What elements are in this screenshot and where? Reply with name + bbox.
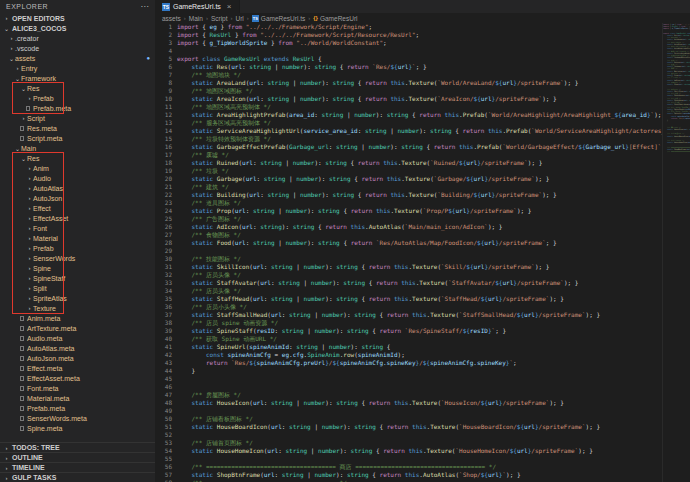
tree-folder-entry[interactable]: ›Entry bbox=[0, 63, 155, 73]
code-line[interactable]: /** 店员头像 */ bbox=[177, 287, 662, 295]
code-line[interactable]: import { g_TipWorldSprite } from "../Wor… bbox=[663, 27, 690, 29]
code-line[interactable]: /** 地图区域图标 */ bbox=[177, 87, 662, 95]
code-line[interactable] bbox=[177, 455, 662, 463]
code-line[interactable]: static ServiceAreaHighlightUrl(service_a… bbox=[177, 127, 662, 135]
code-line[interactable] bbox=[177, 47, 662, 55]
code-line[interactable]: /** 地图区域高亮预制体 */ bbox=[663, 45, 690, 47]
code-line[interactable]: /** 服务区域高亮预制体 */ bbox=[177, 119, 662, 127]
code-line[interactable]: /** 垃圾 */ bbox=[663, 63, 690, 65]
code-line[interactable]: static ShopBtnFrame(url: string | number… bbox=[177, 471, 662, 479]
code-line[interactable] bbox=[663, 30, 690, 32]
code-line[interactable]: static HouseBoardIcon(url: string | numb… bbox=[177, 423, 662, 431]
tree-file-autojson.meta[interactable]: AutoJson.meta bbox=[0, 353, 155, 363]
breadcrumb-item-assets[interactable]: assets bbox=[162, 15, 181, 22]
code-line[interactable]: static StaffAvatar(url: string | number)… bbox=[177, 279, 662, 287]
code-line[interactable]: /** 垃圾特效预制体资源 */ bbox=[177, 135, 662, 143]
code-line[interactable]: /** 建筑 */ bbox=[663, 68, 690, 70]
code-line[interactable]: /** 道具图标 */ bbox=[663, 72, 690, 74]
code-line[interactable] bbox=[177, 431, 662, 439]
code-line[interactable]: static StaffAvatar(url: string | number)… bbox=[663, 95, 690, 97]
code-line[interactable]: /** 获取 Spine 动画URL */ bbox=[663, 110, 690, 112]
tree-folder-effectasset[interactable]: ›EffectAsset bbox=[0, 213, 155, 223]
code-line[interactable]: static Res(url: string | number): string… bbox=[177, 63, 662, 71]
code-content[interactable]: import { eg } from "../../../Framework/S… bbox=[177, 23, 662, 482]
code-line[interactable]: /** 废墟 */ bbox=[177, 151, 662, 159]
code-line[interactable]: static HouseIcon(url: string | number): … bbox=[663, 128, 690, 130]
code-line[interactable]: /** 店员 spine 动画资源 */ bbox=[177, 319, 662, 327]
code-line[interactable]: static Garbage(url: string | number): st… bbox=[663, 66, 690, 68]
tree-folder-texture[interactable]: ›Texture bbox=[0, 303, 155, 313]
code-line[interactable]: static AreaLand(url: string | number): s… bbox=[177, 79, 662, 87]
code-line[interactable]: static StaffSmallHead(url: string | numb… bbox=[663, 104, 690, 106]
code-line[interactable]: static HouseBoardIcon(url: string | numb… bbox=[663, 135, 690, 137]
tree-file-anim.meta[interactable]: Anim.meta bbox=[0, 313, 155, 323]
code-line[interactable]: /** 广告图标 */ bbox=[177, 215, 662, 223]
code-line[interactable]: } bbox=[177, 367, 662, 375]
code-line[interactable]: /** 获取 Spine 动画URL */ bbox=[177, 335, 662, 343]
breadcrumb-item-script[interactable]: Script bbox=[211, 15, 228, 22]
timeline-section[interactable]: › TIMELINE bbox=[0, 462, 155, 472]
tree-folder-autojson[interactable]: ›AutoJson bbox=[0, 193, 155, 203]
code-line[interactable] bbox=[177, 247, 662, 255]
code-line[interactable]: import { eg } from "../../../Framework/S… bbox=[177, 23, 662, 31]
code-line[interactable] bbox=[663, 137, 690, 139]
code-line[interactable]: static AreaHighlightPrefab(area_id: stri… bbox=[663, 48, 690, 50]
code-line[interactable]: /** 房屋图标 */ bbox=[177, 391, 662, 399]
tree-folder-assets[interactable]: ⌄assets● bbox=[0, 53, 155, 63]
tree-folder-.vscode[interactable]: ›.vscode bbox=[0, 43, 155, 53]
breadcrumb-item-url[interactable]: Url bbox=[236, 15, 244, 22]
code-line[interactable]: /** 垃圾 */ bbox=[177, 167, 662, 175]
open-editors-section[interactable]: › OPEN EDITORS bbox=[0, 13, 155, 23]
tree-folder-spriteatlas[interactable]: ›SpriteAtlas bbox=[0, 293, 155, 303]
code-line[interactable]: static SpineUrl(spineAnimId: string | nu… bbox=[663, 113, 690, 115]
code-line[interactable]: static Building(url: string | number): s… bbox=[663, 70, 690, 72]
code-line[interactable] bbox=[663, 122, 690, 124]
code-line[interactable]: static Building(url: string | number): s… bbox=[177, 191, 662, 199]
code-line[interactable]: static StaffSmallHead(url: string | numb… bbox=[177, 311, 662, 319]
code-line[interactable]: import { ResUrl } from "../../../Framewo… bbox=[663, 25, 690, 27]
code-line[interactable]: const spineAnimCfg = eg.cfg.SpineAnim.ro… bbox=[177, 351, 662, 359]
code-line[interactable]: static SpineStaff(resID: string | number… bbox=[177, 327, 662, 335]
code-line[interactable]: static SpineUrl(spineAnimId: string | nu… bbox=[177, 343, 662, 351]
code-line[interactable] bbox=[663, 144, 690, 146]
tree-folder-font[interactable]: ›Font bbox=[0, 223, 155, 233]
code-line[interactable]: static GarbageEffectPrefab(Garbage_url: … bbox=[663, 57, 690, 59]
code-line[interactable]: static Res(url: string | number): string… bbox=[663, 34, 690, 36]
code-line[interactable]: const spineAnimCfg = eg.cfg.SpineAnim.ro… bbox=[663, 115, 690, 117]
code-line[interactable]: static Prop(url: string | number): strin… bbox=[663, 75, 690, 77]
code-line[interactable]: export class GameResUrl extends ResUrl { bbox=[663, 32, 690, 34]
tree-folder-anim[interactable]: ›Anim bbox=[0, 163, 155, 173]
code-line[interactable]: static HouseIcon(url: string | number): … bbox=[177, 399, 662, 407]
code-line[interactable]: static HouseHomeIcon(url: string | numbe… bbox=[663, 142, 690, 144]
code-line[interactable] bbox=[177, 407, 662, 415]
code-line[interactable]: static AdIcon(url: string): string { ret… bbox=[663, 79, 690, 81]
code-line[interactable]: static Ruined(url: string | number): str… bbox=[663, 61, 690, 63]
code-line[interactable]: static ServiceAreaHighlightUrl(service_a… bbox=[663, 52, 690, 54]
code-line[interactable]: static Food(url: string | number): strin… bbox=[177, 239, 662, 247]
minimap[interactable]: import { eg } from "../../../Framework/S… bbox=[662, 23, 690, 482]
tree-file-arttexture.meta[interactable]: ArtTexture.meta bbox=[0, 323, 155, 333]
code-line[interactable]: export class GameResUrl extends ResUrl { bbox=[177, 55, 662, 63]
code-line[interactable]: /** 食物图标 */ bbox=[663, 81, 690, 83]
workspace-section[interactable]: ⌄ ALICE3_COCOS bbox=[0, 23, 155, 33]
code-line[interactable]: static AreaLand(url: string | number): s… bbox=[663, 39, 690, 41]
tree-folder-main[interactable]: ⌄Main bbox=[0, 143, 155, 153]
code-line[interactable]: static Ruined(url: string | number): str… bbox=[177, 159, 662, 167]
tree-file-script.meta[interactable]: Script.meta bbox=[0, 133, 155, 143]
code-line[interactable]: static Garbage(url: string | number): st… bbox=[177, 175, 662, 183]
outline-section[interactable]: › OUTLINE bbox=[0, 452, 155, 462]
tree-file-audio.meta[interactable]: Audio.meta bbox=[0, 333, 155, 343]
tree-file-prefab.meta[interactable]: Prefab.meta bbox=[0, 403, 155, 413]
tree-folder-framework[interactable]: ⌄Framework bbox=[0, 73, 155, 83]
code-line[interactable]: /** 服务区域高亮预制体 */ bbox=[663, 50, 690, 52]
more-actions-icon[interactable]: ⋯ bbox=[141, 2, 150, 11]
code-line[interactable] bbox=[663, 131, 690, 133]
code-line[interactable] bbox=[177, 383, 662, 391]
breadcrumb-item-file[interactable]: TS GameResUrl.ts bbox=[252, 15, 305, 22]
code-line[interactable]: static AdIcon(url: string): string { ret… bbox=[177, 223, 662, 231]
tree-folder-.creator[interactable]: ›.creator bbox=[0, 33, 155, 43]
code-line[interactable]: /** 店铺看板图标 */ bbox=[663, 133, 690, 135]
tree-folder-material[interactable]: ›Material bbox=[0, 233, 155, 243]
tree-folder-prefab[interactable]: ›Prefab bbox=[0, 243, 155, 253]
code-line[interactable]: /** 房屋图标 */ bbox=[663, 126, 690, 128]
